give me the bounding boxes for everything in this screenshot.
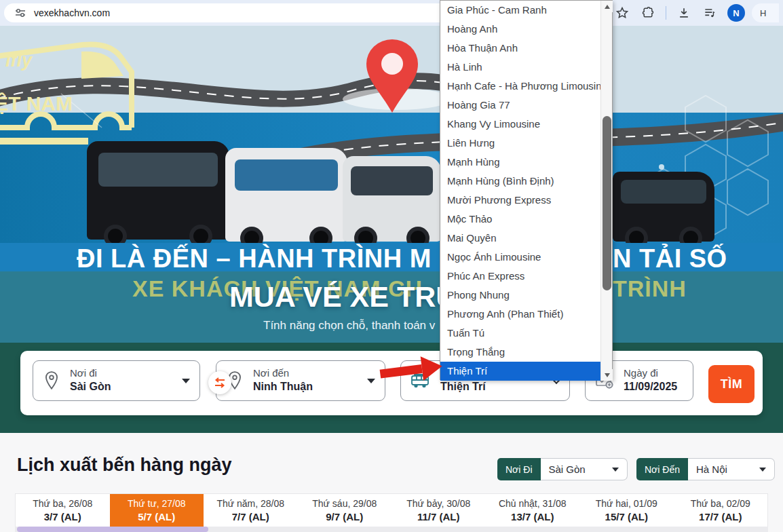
origin-filter-group: Nơi Đi Sài Gòn	[497, 458, 628, 480]
caret-down-icon	[367, 379, 375, 383]
extensions-icon[interactable]	[640, 5, 656, 21]
profile-avatar[interactable]: N	[727, 4, 745, 22]
day-date: Thứ năm, 28/08	[216, 498, 284, 509]
day-date: Thứ ba, 02/09	[691, 498, 750, 509]
day-lunar: 7/7 (AL)	[232, 511, 269, 522]
day-lunar: 15/7 (AL)	[605, 511, 648, 522]
day-date: Chủ nhật, 31/08	[499, 498, 567, 509]
dropdown-option[interactable]: Gia Phúc - Cam Ranh	[440, 1, 602, 20]
day-lunar: 9/7 (AL)	[326, 511, 363, 522]
dropdown-scrollbar[interactable]	[600, 1, 612, 381]
origin-field[interactable]: Nơi đi Sài Gòn	[33, 360, 200, 401]
brand-logo-text-bottom: ỆT NAM	[0, 92, 73, 115]
origin-filter-select[interactable]: Sài Gòn	[541, 458, 628, 480]
day-tab[interactable]: Thứ năm, 28/087/7 (AL)	[204, 494, 298, 527]
swap-arrows-icon	[214, 377, 226, 388]
horizontal-scrollbar-thumb[interactable]	[17, 527, 208, 532]
bookmark-star-icon[interactable]	[614, 5, 630, 21]
dropdown-option[interactable]: Phương Anh (Phan Thiết)	[440, 305, 602, 324]
day-date: Thứ hai, 01/09	[596, 498, 657, 509]
day-tab[interactable]: Thứ bảy, 30/0811/7 (AL)	[392, 494, 486, 527]
hero-subheadline-right: TRÌNH	[613, 276, 687, 302]
scroll-down-button[interactable]	[601, 369, 613, 381]
schedule-section: Lịch xuất bến hàng ngày Nơi Đi Sài Gòn N…	[0, 433, 783, 532]
media-playlist-icon[interactable]	[702, 5, 718, 21]
download-icon[interactable]	[676, 5, 692, 21]
bus-image-black-van-left	[87, 141, 229, 240]
operator-dropdown-list: Gia Phúc - Cam RanhHoàng AnhHòa Thuận An…	[440, 1, 602, 381]
day-tab[interactable]: Thứ sáu, 29/089/7 (AL)	[298, 494, 392, 527]
site-settings-tune-icon[interactable]	[12, 5, 28, 21]
dropdown-option[interactable]: Hòa Thuận Anh	[440, 39, 602, 58]
day-lunar: 5/7 (AL)	[138, 511, 175, 522]
hero-headline-right: N TẢI SỐ	[613, 244, 727, 273]
search-submit-button[interactable]: TÌM	[708, 365, 755, 403]
destination-filter-badge: Nơi Đến	[636, 458, 688, 480]
destination-filter-select[interactable]: Hà Nội	[688, 458, 775, 480]
destination-label: Nơi đến	[253, 367, 313, 380]
dropdown-option[interactable]: Ngọc Ánh Limousine	[440, 248, 602, 267]
day-lunar: 11/7 (AL)	[417, 511, 460, 522]
scrollbar-thumb[interactable]	[603, 116, 611, 290]
bus-image-light-right	[343, 156, 441, 242]
day-tab[interactable]: Chủ nhật, 31/0813/7 (AL)	[486, 494, 580, 527]
dropdown-option-selected[interactable]: Thiện Trí	[440, 362, 602, 381]
dropdown-option[interactable]: Hoàng Anh	[440, 20, 602, 39]
day-date: Thứ ba, 26/08	[33, 498, 92, 509]
origin-label: Nơi đi	[70, 367, 111, 380]
schedule-title: Lịch xuất bến hàng ngày	[17, 455, 232, 476]
location-pin-icon	[43, 370, 60, 391]
date-label: Ngày đi	[624, 367, 677, 380]
bus-image-black-van-right	[613, 172, 714, 242]
dropdown-option[interactable]: Mạnh Hùng	[440, 153, 602, 172]
dropdown-option[interactable]: Trọng Thắng	[440, 343, 602, 362]
dropdown-option[interactable]: Hoàng Gia 77	[440, 96, 602, 115]
dropdown-option[interactable]: Phúc An Express	[440, 267, 602, 286]
destination-field[interactable]: Nơi đến Ninh Thuận	[216, 360, 385, 401]
browser-window: vexekhachvn.com N H	[0, 0, 783, 532]
day-date: Thứ bảy, 30/08	[406, 498, 470, 509]
hero-overlay-title: MUA VÉ XE TRỰ	[229, 280, 460, 314]
dropdown-option[interactable]: Mai Quyên	[440, 229, 602, 248]
swap-origin-destination-button[interactable]	[208, 371, 231, 394]
url-text: vexekhachvn.com	[34, 7, 110, 18]
destination-filter-value: Hà Nội	[696, 463, 727, 475]
day-lunar: 3/7 (AL)	[44, 511, 81, 522]
horizontal-scrollbar-track[interactable]	[15, 527, 768, 532]
destination-value: Ninh Thuận	[253, 380, 313, 394]
date-value: 11/09/2025	[624, 380, 677, 394]
toolbar-separator	[666, 6, 666, 20]
day-tab[interactable]: Thứ hai, 01/0915/7 (AL)	[579, 494, 674, 527]
day-lunar: 13/7 (AL)	[511, 511, 554, 522]
scroll-up-button[interactable]	[601, 1, 613, 12]
day-date: Thứ sáu, 29/08	[312, 498, 377, 509]
caret-down-icon	[182, 379, 190, 383]
scroll-down-arrow-icon	[605, 373, 610, 377]
bus-image-white-center	[225, 148, 347, 242]
dropdown-option[interactable]: Hạnh Cafe - Hà Phương Limousine	[440, 77, 602, 96]
hero-headline-left: ĐI LÀ ĐẾN – HÀNH TRÌNH M	[77, 244, 432, 273]
browser-toolbar: vexekhachvn.com N H	[0, 0, 783, 26]
caret-down-icon	[612, 468, 619, 472]
dropdown-option[interactable]: Mạnh Hùng (Bình Định)	[440, 172, 602, 191]
day-lunar: 17/7 (AL)	[699, 511, 742, 522]
day-tabs: Thứ ba, 26/083/7 (AL)Thứ tư, 27/085/7 (A…	[15, 493, 768, 527]
operator-dropdown-popup: Gia Phúc - Cam RanhHoàng AnhHòa Thuận An…	[440, 0, 613, 380]
day-tab[interactable]: Thứ ba, 26/083/7 (AL)	[16, 494, 110, 527]
dropdown-option[interactable]: Liên Hưng	[440, 134, 602, 153]
dropdown-option[interactable]: Tuấn Tú	[440, 324, 602, 343]
dropdown-option[interactable]: Phong Nhung	[440, 286, 602, 305]
dropdown-option[interactable]: Mộc Thảo	[440, 210, 602, 229]
origin-filter-value: Sài Gòn	[549, 463, 586, 475]
dropdown-option[interactable]: Mười Phương Express	[440, 191, 602, 210]
profile-chip-partial[interactable]: H	[752, 3, 779, 22]
destination-filter-group: Nơi Đến Hà Nội	[636, 458, 775, 480]
toolbar-icons: N H	[614, 0, 783, 26]
dropdown-option[interactable]: Khang Vy Limousine	[440, 115, 602, 134]
hero-overlay-subtitle: Tính năng chọn chỗ, thanh toán v	[263, 319, 435, 332]
scroll-up-arrow-icon	[605, 5, 610, 9]
origin-value: Sài Gòn	[70, 380, 111, 394]
day-tab[interactable]: Thứ ba, 02/0917/7 (AL)	[674, 494, 768, 527]
dropdown-option[interactable]: Hà Linh	[440, 58, 602, 77]
day-tab-active[interactable]: Thứ tư, 27/085/7 (AL)	[110, 494, 204, 527]
